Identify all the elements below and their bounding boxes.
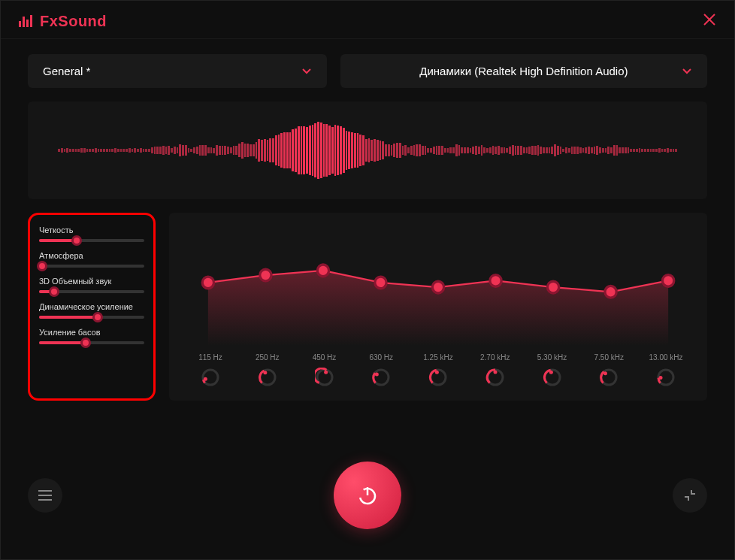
eq-node[interactable] (547, 281, 558, 293)
eq-freq-label: 1.25 kHz (423, 353, 452, 362)
slider-3: Динамическое усиление (39, 302, 144, 319)
eq-node[interactable] (375, 277, 386, 289)
slider-label: Усиление басов (39, 328, 144, 337)
app-logo: FxSound (19, 13, 107, 30)
eq-knob[interactable] (599, 368, 619, 387)
eq-band-0: 115 Hz (192, 353, 229, 387)
eq-band-8: 13.00 kHz (647, 353, 685, 387)
eq-graph (192, 228, 685, 346)
close-icon (703, 13, 716, 26)
slider-1: Атмосфера (39, 251, 144, 268)
svg-point-17 (659, 376, 663, 380)
logo-bars-icon (19, 15, 32, 27)
slider-track[interactable] (39, 290, 144, 293)
slider-thumb[interactable] (49, 286, 59, 297)
minimize-button[interactable] (673, 478, 707, 513)
eq-node[interactable] (317, 265, 328, 277)
eq-node[interactable] (662, 275, 673, 287)
svg-point-15 (603, 371, 607, 375)
slider-track[interactable] (39, 341, 144, 344)
close-button[interactable] (703, 11, 716, 31)
collapse-icon (684, 489, 696, 501)
svg-point-7 (375, 372, 379, 376)
slider-track[interactable] (39, 239, 144, 242)
eq-knob[interactable] (258, 368, 277, 387)
menu-button[interactable] (28, 478, 62, 513)
svg-point-13 (549, 371, 552, 374)
output-dropdown[interactable]: Динамики (Realtek High Definition Audio) (340, 54, 707, 88)
slider-thumb[interactable] (71, 235, 82, 246)
eq-band-2: 450 Hz (306, 353, 343, 387)
app-name: FxSound (40, 13, 107, 30)
titlebar: FxSound (1, 1, 734, 39)
eq-freq-label: 2.70 kHz (480, 353, 510, 362)
slider-0: Четкость (39, 226, 144, 242)
eq-freq-label: 5.30 kHz (537, 353, 567, 362)
eq-freq-label: 630 Hz (369, 353, 393, 362)
slider-label: Динамическое усиление (39, 302, 144, 311)
app-window: FxSound General * Динамики (Realtek High… (0, 0, 735, 560)
waveform (58, 120, 677, 180)
eq-knob[interactable] (485, 368, 505, 387)
eq-band-4: 1.25 kHz (419, 353, 457, 387)
power-button[interactable] (334, 462, 401, 529)
controls-row: Четкость Атмосфера 3D Объемный звук Дина… (28, 213, 707, 401)
eq-freq-label: 7.50 kHz (594, 353, 624, 362)
content-area: General * Динамики (Realtek High Definit… (1, 39, 734, 559)
slider-thumb[interactable] (80, 338, 91, 348)
eq-band-5: 2.70 kHz (476, 353, 514, 387)
slider-label: Четкость (39, 226, 144, 235)
eq-node[interactable] (202, 277, 213, 289)
eq-knob[interactable] (543, 368, 562, 387)
svg-point-11 (493, 371, 497, 374)
hamburger-icon (38, 490, 52, 501)
eq-band-3: 630 Hz (362, 353, 400, 387)
eq-freq-label: 13.00 kHz (649, 353, 682, 362)
visualizer-panel (28, 101, 707, 199)
eq-knob[interactable] (656, 368, 676, 387)
eq-bands-row: 115 Hz 250 Hz 450 Hz 630 Hz (192, 353, 685, 387)
eq-knob[interactable] (315, 368, 334, 387)
chevron-down-icon (682, 65, 692, 77)
bottom-controls (28, 454, 707, 544)
slider-track[interactable] (39, 265, 144, 268)
svg-point-3 (263, 371, 267, 374)
eq-freq-label: 115 Hz (198, 353, 222, 362)
eq-freq-label: 450 Hz (313, 353, 337, 362)
output-label: Динамики (Realtek High Definition Audio) (419, 65, 628, 77)
svg-point-9 (435, 371, 439, 374)
svg-point-5 (324, 371, 328, 374)
slider-track[interactable] (39, 316, 144, 319)
eq-band-1: 250 Hz (249, 353, 286, 387)
eq-knob[interactable] (371, 368, 391, 387)
equalizer-panel: 115 Hz 250 Hz 450 Hz 630 Hz (169, 213, 707, 401)
slider-label: Атмосфера (39, 251, 144, 260)
eq-knob[interactable] (201, 368, 220, 387)
eq-node[interactable] (605, 286, 616, 298)
chevron-down-icon (301, 65, 312, 77)
power-icon (355, 483, 380, 508)
slider-label: 3D Объемный звук (39, 277, 144, 286)
eq-band-7: 7.50 kHz (590, 353, 628, 387)
eq-node[interactable] (432, 281, 443, 293)
svg-point-1 (204, 377, 207, 381)
eq-freq-label: 250 Hz (256, 353, 280, 362)
slider-thumb[interactable] (37, 261, 47, 271)
slider-2: 3D Объемный звук (39, 277, 144, 293)
eq-knob[interactable] (428, 368, 448, 387)
slider-thumb[interactable] (92, 312, 103, 322)
eq-band-6: 5.30 kHz (534, 353, 571, 387)
eq-node[interactable] (490, 275, 501, 287)
preset-label: General * (43, 65, 90, 77)
effects-panel: Четкость Атмосфера 3D Объемный звук Дина… (28, 213, 156, 401)
eq-node[interactable] (260, 269, 271, 281)
preset-dropdown[interactable]: General * (28, 54, 327, 88)
slider-4: Усиление басов (39, 328, 144, 344)
dropdown-row: General * Динамики (Realtek High Definit… (28, 54, 707, 88)
